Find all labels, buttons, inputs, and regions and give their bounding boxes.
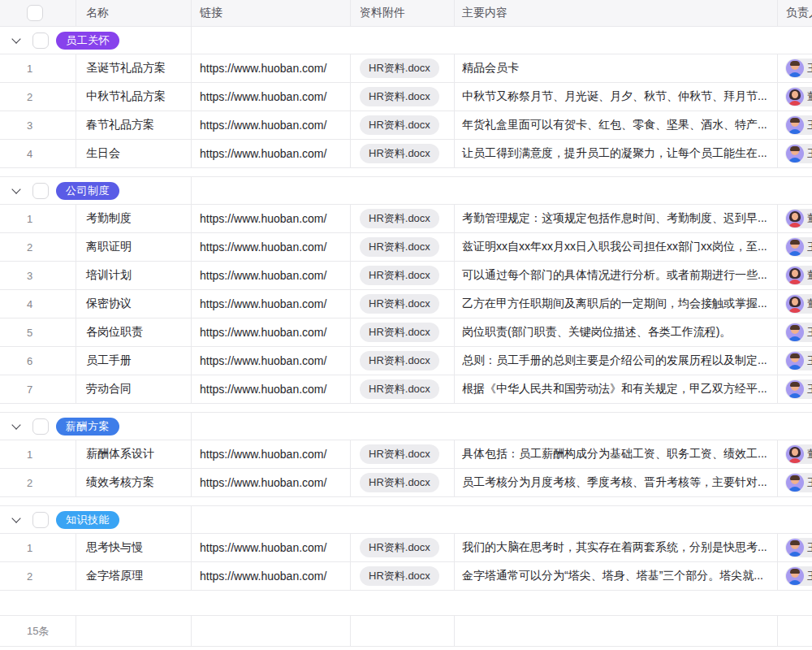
attachment-chip[interactable]: HR资料.docx bbox=[360, 58, 439, 78]
content-cell[interactable]: 具体包括：员工薪酬构成分为基础工资、职务工资、绩效工... bbox=[455, 440, 778, 468]
select-all-checkbox[interactable] bbox=[27, 5, 43, 21]
attachment-chip[interactable]: HR资料.docx bbox=[360, 473, 439, 492]
row-number: 2 bbox=[27, 477, 32, 489]
female-avatar-icon bbox=[786, 266, 804, 284]
link-cell[interactable]: https://www.huoban.com/ bbox=[192, 347, 351, 375]
male-avatar-icon bbox=[786, 116, 804, 134]
owner-name: 王 bbox=[807, 540, 812, 555]
name-cell[interactable]: 思考快与慢 bbox=[76, 534, 192, 561]
row-number: 2 bbox=[27, 570, 32, 583]
owner-chip[interactable]: 王 bbox=[785, 58, 812, 78]
content-cell[interactable]: 乙方在甲方任职期间及离职后的一定期间，均会接触或掌握... bbox=[455, 290, 778, 318]
owner-chip[interactable]: 董 bbox=[785, 87, 812, 106]
link-cell[interactable]: https://www.huoban.com/ bbox=[192, 111, 351, 139]
chevron-down-icon bbox=[11, 514, 20, 522]
column-header-owner[interactable]: 负责人 bbox=[778, 0, 812, 26]
link-cell[interactable]: https://www.huoban.com/ bbox=[192, 375, 351, 403]
link-cell[interactable]: https://www.huoban.com/ bbox=[192, 83, 351, 110]
name-cell[interactable]: 薪酬体系设计 bbox=[76, 440, 192, 468]
content-cell[interactable]: 员工考核分为月度考核、季度考核、晋升考核等，主要针对... bbox=[455, 469, 778, 496]
owner-chip[interactable]: 王 bbox=[785, 566, 812, 586]
male-avatar-icon bbox=[786, 59, 804, 77]
content-cell[interactable]: 可以通过每个部门的具体情况进行分析。或者前期进行一些... bbox=[455, 262, 778, 289]
content-cell[interactable]: 金字塔通常可以分为“塔尖、塔身、塔基”三个部分。塔尖就... bbox=[455, 562, 778, 590]
owner-chip[interactable]: 王 bbox=[785, 379, 812, 399]
link-cell[interactable]: https://www.huoban.com/ bbox=[192, 140, 351, 167]
group-badge: 薪酬方案 bbox=[56, 418, 119, 436]
column-header-link[interactable]: 链接 bbox=[192, 0, 351, 26]
content-cell[interactable]: 兹证明xx自xx年xx月xx日入职我公司担任xx部门xx岗位，至... bbox=[455, 233, 778, 261]
column-header-name[interactable]: 名称 bbox=[76, 0, 192, 26]
link-cell[interactable]: https://www.huoban.com/ bbox=[192, 233, 351, 261]
name-cell[interactable]: 保密协议 bbox=[76, 290, 192, 318]
link-cell[interactable]: https://www.huoban.com/ bbox=[192, 440, 351, 468]
owner-chip[interactable]: 王 bbox=[785, 473, 812, 492]
collapse-group-button[interactable] bbox=[10, 34, 23, 47]
name-cell[interactable]: 员工手册 bbox=[76, 347, 192, 375]
group-checkbox[interactable] bbox=[32, 512, 49, 528]
table-row: 2绩效考核方案https://www.huoban.com/HR资料.docx员… bbox=[0, 469, 812, 497]
owner-chip[interactable]: 董 bbox=[785, 444, 812, 464]
attachment-chip[interactable]: HR资料.docx bbox=[360, 294, 439, 314]
attachment-chip[interactable]: HR资料.docx bbox=[360, 323, 439, 342]
attachment-chip[interactable]: HR资料.docx bbox=[360, 538, 439, 557]
owner-chip[interactable]: 董 bbox=[785, 266, 812, 285]
content-cell[interactable]: 我们的大脑在思考时，其实存在着两套系统，分别是快思考... bbox=[455, 534, 778, 561]
name-cell[interactable]: 考勤制度 bbox=[76, 205, 192, 232]
owner-chip[interactable]: 董 bbox=[785, 294, 812, 314]
name-cell[interactable]: 金字塔原理 bbox=[76, 562, 192, 590]
name-cell[interactable]: 绩效考核方案 bbox=[76, 469, 192, 496]
attachment-chip[interactable]: HR资料.docx bbox=[360, 115, 439, 135]
content-cell[interactable]: 考勤管理规定：这项规定包括作息时间、考勤制度、迟到早... bbox=[455, 205, 778, 232]
attachment-chip[interactable]: HR资料.docx bbox=[360, 237, 439, 257]
name-cell[interactable]: 劳动合同 bbox=[76, 375, 192, 403]
attachment-chip[interactable]: HR资料.docx bbox=[360, 351, 439, 370]
attachment-chip[interactable]: HR资料.docx bbox=[360, 144, 439, 163]
column-header-content[interactable]: 主要内容 bbox=[455, 0, 778, 26]
name-cell[interactable]: 圣诞节礼品方案 bbox=[76, 54, 192, 82]
content-cell[interactable]: 岗位职责(部门职责、关键岗位描述、各类工作流程)。 bbox=[455, 318, 778, 346]
group-checkbox[interactable] bbox=[32, 183, 49, 199]
name-cell[interactable]: 各岗位职责 bbox=[76, 318, 192, 346]
name-cell[interactable]: 春节礼品方案 bbox=[76, 111, 192, 139]
owner-chip[interactable]: 王 bbox=[785, 115, 812, 135]
owner-chip[interactable]: 王 bbox=[785, 237, 812, 257]
collapse-group-button[interactable] bbox=[10, 514, 23, 526]
content-cell[interactable]: 根据《中华人民共和国劳动法》和有关规定，甲乙双方经平... bbox=[455, 375, 778, 403]
owner-cell: 董 bbox=[778, 205, 812, 232]
column-header-attachment[interactable]: 资料附件 bbox=[351, 0, 455, 26]
attachment-chip[interactable]: HR资料.docx bbox=[360, 379, 439, 399]
attachment-chip[interactable]: HR资料.docx bbox=[360, 87, 439, 106]
owner-chip[interactable]: 董 bbox=[785, 209, 812, 228]
link-cell[interactable]: https://www.huoban.com/ bbox=[192, 54, 351, 82]
name-cell[interactable]: 生日会 bbox=[76, 140, 192, 167]
attachment-chip[interactable]: HR资料.docx bbox=[360, 266, 439, 285]
group-checkbox[interactable] bbox=[32, 418, 49, 435]
owner-chip[interactable]: 王 bbox=[785, 323, 812, 342]
link-cell[interactable]: https://www.huoban.com/ bbox=[192, 469, 351, 496]
content-cell[interactable]: 年货礼盒里面可以有贺卡、红包、零食、坚果、酒水、特产... bbox=[455, 111, 778, 139]
collapse-group-button[interactable] bbox=[10, 184, 23, 197]
link-cell[interactable]: https://www.huoban.com/ bbox=[192, 534, 351, 561]
content-cell[interactable]: 让员工得到满意度，提升员工的凝聚力，让每个员工能生在... bbox=[455, 140, 778, 167]
owner-chip[interactable]: 王 bbox=[785, 144, 812, 163]
name-cell[interactable]: 培训计划 bbox=[76, 262, 192, 289]
group-checkbox[interactable] bbox=[32, 32, 49, 49]
link-cell[interactable]: https://www.huoban.com/ bbox=[192, 262, 351, 289]
collapse-group-button[interactable] bbox=[10, 420, 23, 433]
name-cell[interactable]: 离职证明 bbox=[76, 233, 192, 261]
group-row-left-cell: 公司制度 bbox=[0, 177, 192, 204]
content-cell[interactable]: 精品会员卡 bbox=[455, 54, 778, 82]
link-cell[interactable]: https://www.huoban.com/ bbox=[192, 290, 351, 318]
owner-chip[interactable]: 王 bbox=[785, 351, 812, 370]
attachment-chip[interactable]: HR资料.docx bbox=[360, 566, 439, 586]
name-cell[interactable]: 中秋节礼品方案 bbox=[76, 83, 192, 110]
link-cell[interactable]: https://www.huoban.com/ bbox=[192, 205, 351, 232]
content-cell[interactable]: 总则：员工手册的总则主要是介绍公司的发展历程以及制定... bbox=[455, 347, 778, 375]
attachment-chip[interactable]: HR资料.docx bbox=[360, 444, 439, 464]
link-cell[interactable]: https://www.huoban.com/ bbox=[192, 318, 351, 346]
attachment-chip[interactable]: HR资料.docx bbox=[360, 209, 439, 228]
content-cell[interactable]: 中秋节又称祭月节、月光诞、月夕、秋节、仲秋节、拜月节... bbox=[455, 83, 778, 110]
link-cell[interactable]: https://www.huoban.com/ bbox=[192, 562, 351, 590]
owner-chip[interactable]: 王 bbox=[785, 538, 812, 557]
